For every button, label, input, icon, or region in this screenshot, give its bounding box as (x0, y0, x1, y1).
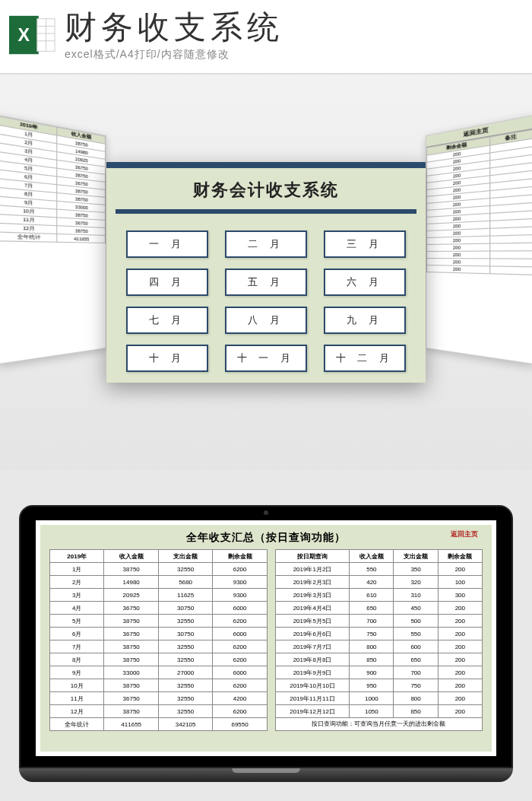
cell: 500 (394, 615, 438, 628)
cell: 36750 (104, 692, 158, 705)
cell: 9300 (213, 576, 267, 589)
month-button[interactable]: 十 二 月 (324, 345, 406, 372)
cell: 6200 (213, 640, 267, 653)
table-row: 2019年10月10日950750200 (275, 679, 482, 692)
cell: 650 (350, 602, 394, 615)
cell: 300 (438, 589, 482, 602)
month-button[interactable]: 五 月 (225, 269, 307, 296)
col-header: 支出金额 (158, 550, 212, 563)
cell: 200 (438, 666, 482, 679)
col-header: 收入金额 (350, 550, 394, 563)
table-row: 2019年12月12日1050850200 (275, 705, 482, 718)
cell: 38750 (104, 705, 158, 718)
month-button[interactable]: 八 月 (225, 307, 307, 334)
cell: 3月 (50, 589, 104, 602)
cell: 6200 (213, 705, 267, 718)
table-row: 2019年6月6日750550200 (275, 628, 482, 640)
cell: 9300 (213, 589, 267, 602)
cell: 320 (394, 576, 438, 589)
month-button[interactable]: 十 月 (126, 345, 208, 372)
month-button[interactable]: 四 月 (126, 269, 208, 296)
cell: 33000 (104, 666, 158, 679)
table-row: 4月36750307506000 (50, 602, 268, 615)
table-row: 2019年1月2日550350200 (275, 563, 482, 576)
camera-icon (264, 510, 268, 515)
table-row: 9月33000270006000 (50, 666, 268, 679)
cell: 32550 (158, 679, 212, 692)
cell: 200 (438, 653, 482, 666)
month-grid: 一 月二 月三 月四 月五 月六 月七 月八 月九 月十 月十 一 月十 二 月 (106, 224, 426, 378)
cell: 610 (350, 589, 394, 602)
cell (489, 266, 532, 275)
table-row: 全年统计41165534210569550 (50, 718, 268, 731)
cell: 6200 (213, 615, 267, 628)
cell: 38750 (104, 640, 158, 653)
cell: 14980 (104, 576, 158, 589)
cell: 310 (394, 589, 438, 602)
month-button[interactable]: 一 月 (126, 230, 208, 258)
query-footnote: 按日查询功能：可查询当月任意一天的进出剩金额 (275, 718, 482, 731)
table-row: 2019年7月7日800600200 (275, 640, 482, 653)
cell: 6000 (213, 666, 267, 679)
cell: 100 (438, 576, 482, 589)
cell: 6200 (213, 679, 267, 692)
cell: 2月 (50, 576, 104, 589)
laptop-base (19, 768, 513, 782)
cell: 69550 (213, 718, 267, 731)
cell (489, 251, 532, 259)
table-row: 2019年3月3日610310300 (275, 589, 482, 602)
cell: 700 (350, 615, 394, 628)
cell: 900 (350, 666, 394, 679)
cell: 32550 (158, 563, 212, 576)
table-row: 12月38750325506200 (50, 705, 268, 718)
cell: 20925 (104, 589, 158, 602)
cell: 30750 (158, 602, 212, 615)
col-header: 支出金额 (394, 550, 438, 563)
col-header: 按日期查询 (275, 550, 349, 563)
cell: 4200 (213, 692, 267, 705)
cell: 200 (438, 628, 482, 640)
cell: 32550 (158, 615, 212, 628)
cell: 2019年8月8日 (275, 653, 349, 666)
table-row: 2019年4月4日650450200 (275, 602, 482, 615)
month-button[interactable]: 七 月 (126, 307, 208, 334)
cell: 950 (350, 679, 394, 692)
month-button[interactable]: 十 一 月 (225, 345, 307, 372)
cell: 5680 (158, 576, 212, 589)
cell: 2019年2月3日 (275, 576, 349, 589)
table-row: 7月38750325506200 (50, 640, 268, 653)
return-home-link[interactable]: 返回主页 (451, 529, 478, 539)
col-header: 2019年 (50, 550, 104, 563)
cell: 550 (394, 628, 438, 640)
cell: 350 (394, 563, 438, 576)
month-button[interactable]: 九 月 (324, 307, 406, 334)
summary-panel: 全年收支汇总（按日查询功能） 返回主页 2019年收入金额支出金额剩余金额 1月… (40, 525, 492, 752)
table-row: 3月20925116259300 (50, 589, 268, 602)
cell: 6000 (213, 602, 267, 615)
table-row: 10月38750325506200 (50, 679, 268, 692)
cell: 200 (438, 705, 482, 718)
cell: 10月 (50, 679, 104, 692)
cell: 6200 (213, 563, 267, 576)
col-header: 剩余金额 (213, 550, 267, 563)
table-row: 2019年11月11日1000800200 (275, 692, 482, 705)
month-button[interactable]: 三 月 (324, 230, 406, 258)
cell: 8月 (50, 653, 104, 666)
cell: 1050 (350, 705, 394, 718)
cell: 6000 (213, 628, 267, 640)
cell: 全年统计 (0, 232, 56, 242)
cell: 38750 (104, 615, 158, 628)
cell: 38750 (104, 679, 158, 692)
page-subtitle: excel格式/A4打印/内容随意修改 (65, 48, 517, 62)
month-button[interactable]: 六 月 (324, 269, 406, 296)
cell: 650 (394, 653, 438, 666)
main-card-title: 财务会计收支系统 (106, 168, 426, 209)
cell: 800 (394, 692, 438, 705)
table-row: 2019年5月5日700500200 (275, 615, 482, 628)
cell: 200 (427, 265, 490, 274)
cell: 600 (394, 640, 438, 653)
cell: 200 (438, 679, 482, 692)
month-button[interactable]: 二 月 (225, 230, 307, 258)
table-row: 1月38750325506200 (50, 563, 268, 576)
summary-title: 全年收支汇总（按日查询功能） (45, 528, 487, 548)
